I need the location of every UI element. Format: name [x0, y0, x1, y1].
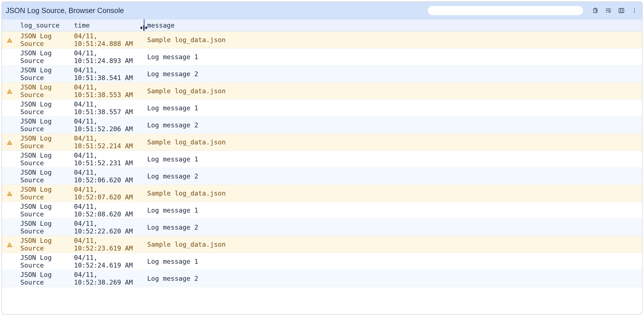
- level-cell: [2, 37, 17, 43]
- clear-logs-icon[interactable]: [592, 7, 599, 14]
- svg-rect-8: [10, 92, 10, 93]
- log-row[interactable]: JSON Log Source04/11, 10:51:52.206 AMLog…: [2, 117, 642, 134]
- message-cell: Log message 2: [144, 275, 642, 282]
- log-source-cell: JSON Log Source: [17, 271, 71, 286]
- time-cell: 04/11, 10:52:38.269 AM: [71, 271, 144, 286]
- svg-point-2: [634, 8, 635, 9]
- svg-rect-13: [10, 244, 10, 246]
- message-cell: Log message 2: [144, 121, 642, 129]
- log-row[interactable]: JSON Log Source04/11, 10:51:38.557 AMLog…: [2, 100, 642, 117]
- log-source-cell: JSON Log Source: [17, 66, 71, 82]
- warning-icon: [7, 88, 12, 94]
- columns-icon[interactable]: [618, 7, 625, 14]
- warning-icon: [7, 242, 12, 247]
- column-header-time[interactable]: time: [71, 21, 144, 29]
- message-cell: Log message 1: [144, 53, 642, 61]
- level-cell: [2, 88, 17, 94]
- column-header-log-source[interactable]: log_source: [17, 21, 71, 29]
- message-cell: Sample log_data.json: [144, 189, 642, 197]
- svg-rect-14: [10, 246, 10, 247]
- message-cell: Log message 1: [144, 155, 642, 163]
- log-row[interactable]: JSON Log Source04/11, 10:52:38.269 AMLog…: [2, 270, 642, 287]
- svg-point-4: [634, 12, 635, 13]
- warning-icon: [7, 139, 12, 145]
- svg-rect-6: [10, 41, 10, 42]
- time-cell: 04/11, 10:51:38.553 AM: [71, 83, 144, 99]
- time-cell: 04/11, 10:51:24.893 AM: [71, 49, 144, 64]
- message-cell: Sample log_data.json: [144, 138, 642, 146]
- message-cell: Log message 1: [144, 206, 642, 214]
- warning-icon: [7, 190, 12, 196]
- level-cell: [2, 190, 17, 196]
- log-source-cell: JSON Log Source: [17, 254, 71, 269]
- toolbar: [592, 7, 638, 14]
- log-viewer-panel: JSON Log Source, Browser Console log_sou…: [2, 1, 642, 315]
- log-source-cell: JSON Log Source: [17, 151, 71, 167]
- message-cell: Sample log_data.json: [144, 36, 642, 44]
- log-row[interactable]: JSON Log Source04/11, 10:51:52.214 AMSam…: [2, 134, 642, 151]
- time-cell: 04/11, 10:51:52.214 AM: [71, 134, 144, 150]
- svg-rect-9: [10, 142, 10, 143]
- time-cell: 04/11, 10:52:22.620 AM: [71, 220, 144, 235]
- search-input[interactable]: [428, 6, 583, 15]
- log-row[interactable]: JSON Log Source04/11, 10:51:52.231 AMLog…: [2, 151, 642, 168]
- svg-rect-11: [10, 193, 10, 194]
- time-cell: 04/11, 10:52:07.620 AM: [71, 186, 144, 201]
- svg-rect-5: [10, 39, 10, 41]
- header-bar: JSON Log Source, Browser Console: [2, 2, 642, 19]
- log-row[interactable]: JSON Log Source04/11, 10:51:38.553 AMSam…: [2, 82, 642, 100]
- time-cell: 04/11, 10:51:52.206 AM: [71, 117, 144, 133]
- column-header-message[interactable]: message: [144, 21, 642, 29]
- message-cell: Log message 2: [144, 172, 642, 180]
- message-cell: Log message 1: [144, 104, 642, 112]
- message-cell: Sample log_data.json: [144, 87, 642, 95]
- log-row[interactable]: JSON Log Source04/11, 10:51:38.541 AMLog…: [2, 65, 642, 82]
- more-menu-icon[interactable]: [630, 7, 638, 14]
- svg-rect-10: [10, 144, 10, 144]
- log-row[interactable]: JSON Log Source04/11, 10:52:07.620 AMSam…: [2, 185, 642, 202]
- log-source-cell: JSON Log Source: [17, 220, 71, 235]
- time-cell: 04/11, 10:52:08.620 AM: [71, 203, 144, 218]
- svg-rect-7: [10, 91, 10, 92]
- log-source-cell: JSON Log Source: [17, 169, 71, 184]
- message-cell: Sample log_data.json: [144, 241, 642, 248]
- log-row[interactable]: JSON Log Source04/11, 10:52:06.620 AMLog…: [2, 168, 642, 185]
- log-source-cell: JSON Log Source: [17, 100, 71, 116]
- level-cell: [2, 139, 17, 145]
- svg-rect-12: [10, 195, 10, 195]
- log-source-cell: JSON Log Source: [17, 32, 71, 47]
- log-row[interactable]: JSON Log Source04/11, 10:52:08.620 AMLog…: [2, 202, 642, 219]
- log-source-cell: JSON Log Source: [17, 117, 71, 133]
- log-source-cell: JSON Log Source: [17, 83, 71, 99]
- message-cell: Log message 2: [144, 70, 642, 78]
- level-cell: [2, 242, 17, 247]
- time-cell: 04/11, 10:52:06.620 AM: [71, 169, 144, 184]
- warning-icon: [7, 37, 12, 43]
- log-rows-container[interactable]: JSON Log Source04/11, 10:51:24.888 AMSam…: [2, 31, 642, 314]
- time-cell: 04/11, 10:51:24.888 AM: [71, 32, 144, 47]
- message-cell: Log message 1: [144, 258, 642, 265]
- time-cell: 04/11, 10:52:24.619 AM: [71, 254, 144, 269]
- message-cell: Log message 2: [144, 224, 642, 231]
- log-row[interactable]: JSON Log Source04/11, 10:52:22.620 AMLog…: [2, 219, 642, 236]
- svg-rect-1: [619, 8, 624, 13]
- time-cell: 04/11, 10:51:38.557 AM: [71, 100, 144, 116]
- svg-point-3: [634, 10, 635, 11]
- log-row[interactable]: JSON Log Source04/11, 10:52:24.619 AMLog…: [2, 253, 642, 270]
- log-row[interactable]: JSON Log Source04/11, 10:52:23.619 AMSam…: [2, 236, 642, 253]
- log-source-cell: JSON Log Source: [17, 237, 71, 252]
- log-row[interactable]: JSON Log Source04/11, 10:51:24.893 AMLog…: [2, 48, 642, 65]
- wrap-text-icon[interactable]: [604, 7, 612, 14]
- column-resize-handle[interactable]: [144, 19, 144, 31]
- log-source-cell: JSON Log Source: [17, 186, 71, 201]
- time-cell: 04/11, 10:51:52.231 AM: [71, 151, 144, 167]
- time-cell: 04/11, 10:51:38.541 AM: [71, 66, 144, 82]
- time-cell: 04/11, 10:52:23.619 AM: [71, 237, 144, 252]
- search-container: [128, 6, 583, 15]
- log-row[interactable]: JSON Log Source04/11, 10:51:24.888 AMSam…: [2, 31, 642, 48]
- log-source-cell: JSON Log Source: [17, 134, 71, 150]
- log-source-cell: JSON Log Source: [17, 49, 71, 64]
- log-source-cell: JSON Log Source: [17, 203, 71, 218]
- panel-title: JSON Log Source, Browser Console: [6, 6, 124, 15]
- column-header-row: log_source time message: [2, 19, 642, 31]
